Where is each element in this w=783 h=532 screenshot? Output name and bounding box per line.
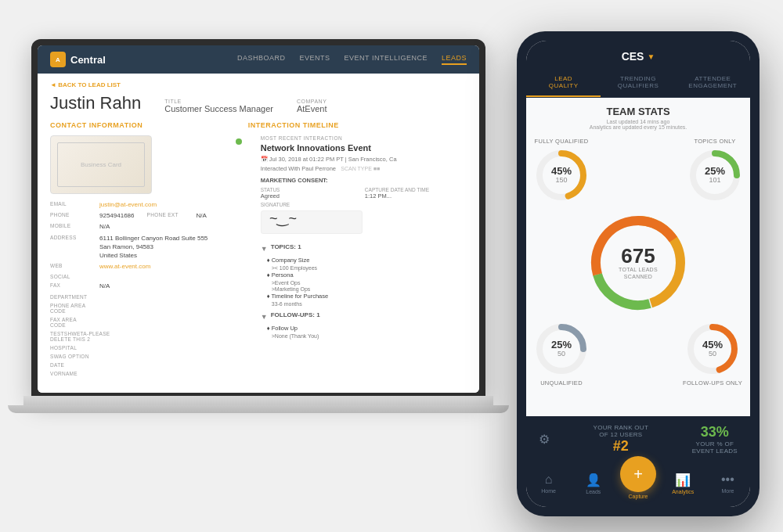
field-mobile: MOBILE N/A xyxy=(50,222,233,231)
field-address: ADDRESS 6111 Bollinger Canyon Road Suite… xyxy=(50,234,233,261)
topic-timeline: ♦ Timeline for Purchase xyxy=(261,293,467,300)
leads-icon: 👤 xyxy=(586,473,601,487)
capture-label-field: CAPTURE DATE AND TIME 1:12 PM... xyxy=(365,187,467,200)
stat-fully-qualified: FULLY QUALIFIED 45% 150 xyxy=(534,138,589,203)
status-value: Agreed xyxy=(261,192,363,200)
topics-only-count: 101 xyxy=(705,176,725,185)
laptop-screen: A Central DASHBOARD EVENTS EVENT INTELLI… xyxy=(38,45,479,393)
topics-only-pct: 25% xyxy=(705,166,725,176)
team-stats-subtitle: Last updated 14 mins agoAnalytics are up… xyxy=(534,119,742,130)
tab-trending-qualifiers[interactable]: TRENDINGQUALIFIERS xyxy=(601,69,675,97)
stat-followups-only: 45% 50 FOLLOW-UPS ONLY xyxy=(683,322,742,386)
topics-only-label: TOPICS ONLY xyxy=(694,138,735,145)
followup-value: >None (Thank You) xyxy=(261,333,467,339)
phone-header: CES ▼ xyxy=(526,41,750,69)
field-label-phone-ext: PHONE EXT xyxy=(147,212,190,217)
field-phone: PHONE 9254941686 PHONE EXT N/A xyxy=(50,211,233,220)
lead-name: Justin Rahn xyxy=(50,93,141,113)
phone: CES ▼ LEADQUALITY TRENDINGQUALIFIERS ATT… xyxy=(517,31,760,516)
lead-title: Customer Success Manager xyxy=(164,104,273,113)
unqualified-center: 25% 50 xyxy=(551,340,572,358)
field-label-fax: FAX xyxy=(50,282,93,288)
nav-leads[interactable]: LEADS xyxy=(442,54,467,65)
back-link[interactable]: ◄ Back To Lead List xyxy=(50,81,467,88)
contact-section-title: Contact Information xyxy=(50,121,233,129)
signature-label: SIGNATURE xyxy=(261,202,363,207)
rank-pct: 33% xyxy=(692,424,738,440)
interaction-dot xyxy=(236,138,242,145)
nav-event-intelligence[interactable]: EVENT INTELLIGENCE xyxy=(345,54,428,65)
analytics-label: Analytics xyxy=(672,489,694,494)
field-date: DATE xyxy=(50,361,233,368)
field-vorname: VORNAME xyxy=(50,370,233,376)
tab-lead-quality[interactable]: LEADQUALITY xyxy=(526,69,601,97)
business-card-image: Business Card xyxy=(50,135,152,194)
total-leads-number: 675 xyxy=(619,246,658,266)
nav-dashboard[interactable]: DASHBOARD xyxy=(237,54,286,65)
stats-bottom-row: 25% 50 UNQUALIFIED xyxy=(534,322,742,386)
nav-more[interactable]: ••• More xyxy=(705,473,750,494)
stats-top-row: FULLY QUALIFIED 45% 150 xyxy=(534,138,742,203)
nav-home[interactable]: ⌂ Home xyxy=(526,473,571,494)
field-web: WEB www.at-event.com xyxy=(50,262,233,271)
field-value-phone-ext: N/A xyxy=(197,211,207,220)
dropdown-icon[interactable]: ▼ xyxy=(647,52,655,61)
nav-capture[interactable]: + Capture xyxy=(615,467,660,499)
topics-only-center: 25% 101 xyxy=(705,166,725,185)
followups-only-label: FOLLOW-UPS ONLY xyxy=(683,379,742,386)
nav-events[interactable]: EVENTS xyxy=(300,54,330,65)
followup-item: ♦ Follow Up xyxy=(261,325,467,332)
team-stats-title: TEAM STATS xyxy=(534,106,742,117)
followups-only-donut: 45% 50 xyxy=(685,322,740,376)
field-label-swag: SWAG OPTION xyxy=(50,354,93,359)
field-swag: SWAG OPTION xyxy=(50,353,233,359)
followups-only-count: 50 xyxy=(702,350,723,358)
capture-label: CAPTURE DATE AND TIME xyxy=(365,187,467,192)
field-fax: FAX N/A xyxy=(50,282,233,290)
more-icon: ••• xyxy=(721,473,734,487)
nav-leads[interactable]: 👤 Leads xyxy=(571,473,615,494)
field-fax-area: FAX AREA CODE xyxy=(50,316,233,328)
lead-company: AtEvent xyxy=(297,104,327,113)
topic-company-size: ♦ Company Size xyxy=(261,257,467,264)
app-logo: A Central xyxy=(50,52,106,67)
marketing-consent-label: MARKETING CONSENT: xyxy=(261,177,467,184)
total-donut: 675 TOTAL LEADSSCANNED xyxy=(587,212,689,314)
lead-company-block: Company AtEvent xyxy=(297,99,327,113)
laptop-nav: A Central DASHBOARD EVENTS EVENT INTELLI… xyxy=(38,45,479,74)
tab-attendee-engagement[interactable]: ATTENDEEENGAGEMENT xyxy=(676,69,750,97)
field-hospital: HOSPITAL xyxy=(50,344,233,350)
status-label: STATUS xyxy=(261,187,363,192)
topics-section: ▼ TOPICS: 1 ♦ Company Size >< 100 Employ… xyxy=(261,243,467,339)
field-label-test: TESTSHWETA-PLEASE DELETE THIS 2 xyxy=(50,331,121,342)
field-label-mobile: MOBILE xyxy=(50,223,93,228)
logo-icon: A xyxy=(50,52,66,67)
nav-analytics[interactable]: 📊 Analytics xyxy=(661,473,705,494)
total-leads-label: TOTAL LEADSSCANNED xyxy=(619,266,658,280)
rank-section: YOUR RANK OUTOF 12 USERS #2 xyxy=(594,424,649,455)
capture-button[interactable]: + xyxy=(620,456,656,492)
unqualified-pct: 25% xyxy=(551,340,572,350)
field-label-fax-area: FAX AREA CODE xyxy=(50,317,93,328)
field-social: SOCIAL xyxy=(50,273,233,279)
topic-persona-value2: >Marketing Ops xyxy=(261,286,467,292)
pct-section: 33% YOUR % OFEVENT LEADS xyxy=(692,424,738,455)
field-label-vorname: VORNAME xyxy=(50,371,93,376)
phone-title: CES xyxy=(622,50,644,63)
field-value-web: www.at-event.com xyxy=(99,262,150,271)
field-label-web: WEB xyxy=(50,263,93,268)
field-value-fax: N/A xyxy=(99,282,110,290)
topic-company-size-value: >< 100 Employees xyxy=(261,265,467,271)
home-icon: ⌂ xyxy=(545,473,553,487)
signature-field: SIGNATURE ~‿~ xyxy=(261,202,363,237)
scene: A Central DASHBOARD EVENTS EVENT INTELLI… xyxy=(16,16,767,516)
field-email: EMAIL justin@at-event.com xyxy=(50,200,233,209)
capture-value: 1:12 PM... xyxy=(365,192,467,200)
fully-qualified-count: 150 xyxy=(551,176,572,185)
field-label-phone: PHONE xyxy=(50,212,93,217)
lead-name-block: Justin Rahn xyxy=(50,93,141,113)
unqualified-label: UNQUALIFIED xyxy=(540,379,583,386)
interaction-event-name: Network Innovations Event xyxy=(261,143,467,153)
field-phone-area: PHONE AREA CODE xyxy=(50,302,233,314)
field-value-address: 6111 Bollinger Canyon Road Suite 555 San… xyxy=(99,234,207,261)
